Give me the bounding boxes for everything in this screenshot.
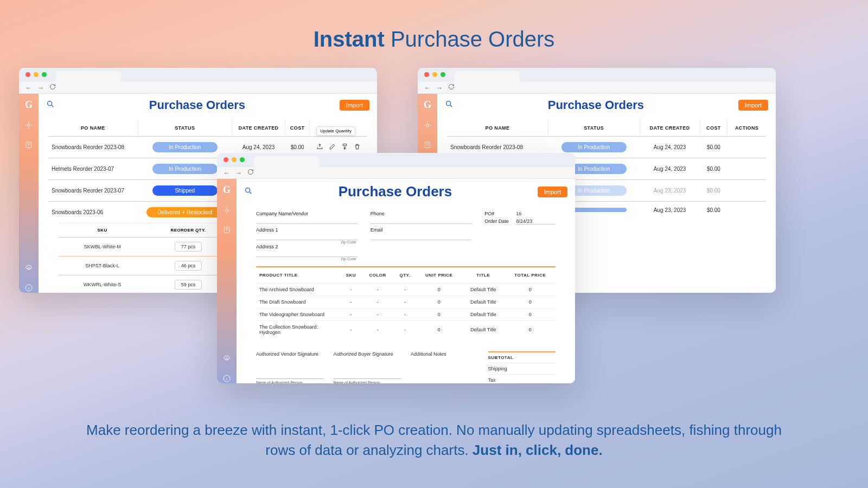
update-qty-icon[interactable] — [341, 143, 348, 151]
th-actions: Actions — [727, 120, 766, 137]
reload-icon[interactable] — [49, 84, 56, 92]
cell-sku: - — [340, 284, 362, 296]
label-email: Email — [371, 227, 472, 233]
reload-icon[interactable] — [247, 169, 254, 177]
browser-tab[interactable] — [455, 71, 520, 82]
label-vendor-sig: Authorized Vendor Signature — [256, 351, 324, 357]
cell-actions — [727, 180, 766, 202]
settings-icon[interactable] — [222, 354, 232, 364]
label-subtotal: SUBTOTAL — [488, 355, 514, 360]
cell-vtitle: Default Title — [462, 321, 505, 339]
cell-vtitle: Default Title — [462, 284, 505, 296]
cell-color: - — [362, 296, 393, 309]
browser-tab[interactable] — [56, 71, 121, 82]
delete-icon[interactable] — [354, 143, 361, 151]
cell-title: The Videographer Snowboard — [256, 309, 340, 321]
cell-qty: - — [393, 309, 416, 321]
svg-point-4 — [48, 101, 52, 106]
input-phone[interactable] — [371, 216, 472, 224]
export-icon[interactable] — [316, 143, 323, 151]
app-logo[interactable]: G — [25, 99, 33, 111]
cell-color: - — [362, 309, 393, 321]
totals-block: SUBTOTAL Shipping Tax Other TOTAL — [488, 351, 556, 383]
cell-cost: $0.00 — [700, 180, 727, 202]
th-unit: Unit Price — [417, 267, 462, 284]
cell-name: Snowboards 2023-06 — [48, 202, 138, 223]
nav-icon-2[interactable] — [24, 140, 34, 150]
hero-title: Instant Purchase Orders — [0, 27, 868, 52]
label-addr1: Address 1 — [256, 227, 358, 233]
page-title: Purchase Orders — [61, 98, 333, 112]
search-icon[interactable] — [46, 100, 55, 111]
sidebar-rail: G — [217, 179, 237, 383]
import-button[interactable]: Import — [738, 100, 768, 111]
table-row: The Draft Snowboard - - - 0 Default Titl… — [256, 296, 556, 309]
input-addr2[interactable] — [256, 249, 358, 257]
label-notes: Additional Notes — [411, 351, 478, 357]
label-tax: Tax — [488, 377, 496, 383]
th-cost: Cost — [285, 120, 310, 137]
hero-title-rest: Purchase Orders — [385, 27, 554, 51]
label-addr2: Address 2 — [256, 244, 358, 249]
cell-unit: 0 — [417, 321, 462, 339]
th-title: Product Title — [256, 267, 340, 284]
th-cost: Cost — [700, 120, 727, 137]
info-icon[interactable] — [24, 283, 34, 293]
th-status: Status — [548, 120, 640, 137]
label-company: Company Name/Vendor — [256, 211, 358, 216]
input-company[interactable] — [256, 216, 358, 224]
svg-point-0 — [27, 124, 30, 126]
input-addr1[interactable] — [256, 233, 358, 240]
label-shipping: Shipping — [488, 366, 507, 371]
label-zip2: Zip Code — [256, 257, 358, 261]
cell-qty: - — [393, 296, 416, 309]
cell-qty: - — [393, 284, 416, 296]
info-icon[interactable] — [222, 374, 232, 383]
search-icon[interactable] — [244, 187, 253, 197]
nav-icon-1[interactable] — [222, 206, 232, 215]
back-icon[interactable]: ← — [25, 84, 32, 92]
search-icon[interactable] — [445, 100, 454, 111]
cell-cost: $0.00 — [700, 202, 727, 219]
import-button[interactable]: Import — [340, 100, 369, 111]
traffic-lights — [224, 157, 245, 162]
svg-point-14 — [246, 188, 250, 192]
forward-icon[interactable]: → — [436, 84, 443, 92]
cell-sku: - — [340, 309, 362, 321]
th-name: PO Name — [447, 120, 548, 137]
cell-date: Aug 24, 2023 — [640, 137, 700, 158]
value-order-date[interactable]: 8/24/23 — [516, 219, 556, 224]
app-logo[interactable]: G — [223, 184, 231, 196]
cell-vtitle: Default Title — [462, 309, 505, 321]
nav-icon-2[interactable] — [222, 225, 232, 235]
nav-icon-1[interactable] — [24, 120, 34, 130]
forward-icon[interactable]: → — [37, 84, 44, 92]
label-order-date: Order Date — [484, 219, 512, 224]
nav-icon-2[interactable] — [423, 140, 432, 150]
cell-title: The Draft Snowboard — [256, 296, 340, 309]
th-date: Date Created — [640, 120, 700, 137]
th-date: Date Created — [232, 120, 285, 137]
page-title: Purchase Orders — [259, 183, 531, 200]
forward-icon[interactable]: → — [235, 169, 242, 177]
reload-icon[interactable] — [448, 84, 455, 92]
cell-total: 0 — [505, 284, 556, 296]
back-icon[interactable]: ← — [424, 84, 431, 92]
browser-toolbar: ← → — [418, 82, 776, 94]
settings-icon[interactable] — [24, 264, 34, 273]
browser-tab[interactable] — [254, 156, 319, 167]
import-button[interactable]: Import — [538, 187, 567, 197]
nav-icon-1[interactable] — [423, 120, 432, 130]
input-email[interactable] — [371, 233, 472, 240]
traffic-lights — [25, 72, 47, 77]
th-name: PO Name — [48, 120, 138, 137]
edit-icon[interactable] — [329, 143, 336, 151]
cell-date: Aug 24, 2023 — [640, 158, 700, 180]
app-logo[interactable]: G — [424, 99, 431, 111]
label-buyer-sig: Authorized Buyer Signature — [334, 351, 401, 357]
browser-tabbar — [418, 68, 776, 82]
browser-toolbar: ← → — [217, 167, 575, 179]
back-icon[interactable]: ← — [224, 169, 230, 177]
cell-cost: $0.00 — [700, 137, 727, 158]
window-center: ← → G Purchase Orders Import Company Nam… — [217, 153, 575, 383]
